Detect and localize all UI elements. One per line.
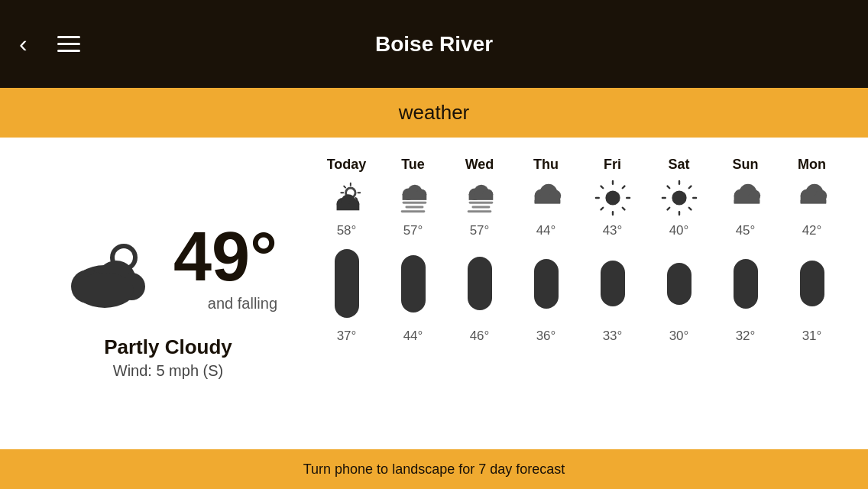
day-label: Thu xyxy=(533,157,559,173)
weather-label: weather xyxy=(399,101,470,125)
svg-rect-60 xyxy=(734,200,760,204)
day-weather-icon xyxy=(594,179,632,217)
svg-line-55 xyxy=(667,208,669,210)
weather-bar: weather xyxy=(0,88,868,138)
day-low-temp: 37° xyxy=(337,329,357,344)
forecast-day-fri: Fri 43°33° xyxy=(579,157,646,344)
svg-rect-18 xyxy=(336,204,359,211)
svg-rect-30 xyxy=(468,202,493,204)
svg-rect-23 xyxy=(402,202,426,204)
svg-line-52 xyxy=(667,186,669,189)
current-weather-icon xyxy=(59,225,166,317)
day-high-temp: 57° xyxy=(403,223,423,238)
svg-line-53 xyxy=(688,208,691,210)
menu-button[interactable] xyxy=(57,36,80,52)
forecast-day-today: Today 58°37° xyxy=(313,157,380,344)
forecast-panel: Today 58°37°Tue 5 xyxy=(313,153,845,442)
day-low-temp: 46° xyxy=(470,329,490,344)
day-high-temp: 42° xyxy=(802,223,822,238)
day-weather-icon xyxy=(328,179,366,217)
day-weather-icon xyxy=(727,179,765,217)
day-high-temp: 43° xyxy=(603,223,623,238)
day-thermo-bar xyxy=(532,241,561,325)
day-thermo-bar xyxy=(731,241,760,325)
header: ‹ Boise River xyxy=(0,0,868,88)
svg-point-6 xyxy=(76,273,134,306)
svg-point-47 xyxy=(672,190,686,205)
tip-bar: Turn phone to landscape for 7 day foreca… xyxy=(0,449,868,489)
day-high-temp: 44° xyxy=(536,223,556,238)
tip-text: Turn phone to landscape for 7 day foreca… xyxy=(303,461,565,478)
day-label: Tue xyxy=(401,157,425,173)
day-label: Mon xyxy=(798,157,826,173)
forecast-day-tue: Tue 57°44° xyxy=(380,157,446,344)
current-status: and falling xyxy=(208,295,277,320)
day-label: Fri xyxy=(604,157,621,173)
current-description: Partly Cloudy Wind: 5 mph (S) xyxy=(104,335,232,380)
current-weather-panel: 49° and falling Partly Cloudy Wind: 5 mp… xyxy=(23,153,313,442)
forecast-day-wed: Wed 57°46° xyxy=(446,157,513,344)
day-weather-icon xyxy=(527,179,565,217)
day-thermo-bar xyxy=(465,241,494,325)
day-weather-icon xyxy=(660,179,698,217)
day-weather-icon xyxy=(793,179,831,217)
current-temperature: 49° xyxy=(173,222,277,291)
svg-line-46 xyxy=(601,208,603,210)
forecast-day-mon: Mon 42°31° xyxy=(779,157,845,344)
day-label: Sun xyxy=(733,157,759,173)
current-condition: Partly Cloudy xyxy=(104,335,232,359)
back-button[interactable]: ‹ xyxy=(19,30,28,58)
day-low-temp: 30° xyxy=(669,329,689,344)
current-weather-top: 49° and falling xyxy=(59,222,277,320)
svg-point-38 xyxy=(605,190,620,205)
svg-line-13 xyxy=(344,186,345,188)
main-content: 49° and falling Partly Cloudy Wind: 5 mp… xyxy=(0,138,868,449)
day-low-temp: 36° xyxy=(536,329,556,344)
svg-rect-31 xyxy=(471,206,490,209)
day-thermo-bar xyxy=(399,241,428,325)
svg-line-45 xyxy=(622,186,624,189)
day-thermo-bar xyxy=(598,241,627,325)
day-low-temp: 44° xyxy=(403,329,423,344)
day-label: Today xyxy=(327,157,367,173)
current-wind: Wind: 5 mph (S) xyxy=(104,362,232,380)
svg-rect-32 xyxy=(467,210,491,212)
day-high-temp: 45° xyxy=(736,223,756,238)
svg-rect-25 xyxy=(400,210,425,212)
day-weather-icon xyxy=(394,179,432,217)
forecast-day-sun: Sun 45°32° xyxy=(712,157,779,344)
svg-rect-22 xyxy=(402,194,426,200)
svg-line-54 xyxy=(688,186,691,189)
day-high-temp: 58° xyxy=(337,223,357,238)
day-weather-icon xyxy=(461,179,499,217)
day-thermo-bar xyxy=(332,241,361,325)
day-low-temp: 32° xyxy=(736,329,756,344)
day-low-temp: 33° xyxy=(603,329,623,344)
svg-line-43 xyxy=(601,186,603,189)
svg-rect-37 xyxy=(534,200,560,204)
svg-rect-29 xyxy=(468,194,493,200)
page-title: Boise River xyxy=(375,32,493,57)
forecast-day-thu: Thu 44°36° xyxy=(513,157,579,344)
forecast-day-sat: Sat 40°30° xyxy=(646,157,712,344)
day-thermo-bar xyxy=(665,241,694,325)
day-high-temp: 57° xyxy=(470,223,490,238)
day-high-temp: 40° xyxy=(669,223,689,238)
day-thermo-bar xyxy=(798,241,827,325)
day-low-temp: 31° xyxy=(802,329,822,344)
day-label: Wed xyxy=(465,157,494,173)
svg-rect-24 xyxy=(405,206,423,209)
svg-rect-65 xyxy=(800,200,826,204)
svg-line-44 xyxy=(622,208,624,210)
day-label: Sat xyxy=(668,157,689,173)
